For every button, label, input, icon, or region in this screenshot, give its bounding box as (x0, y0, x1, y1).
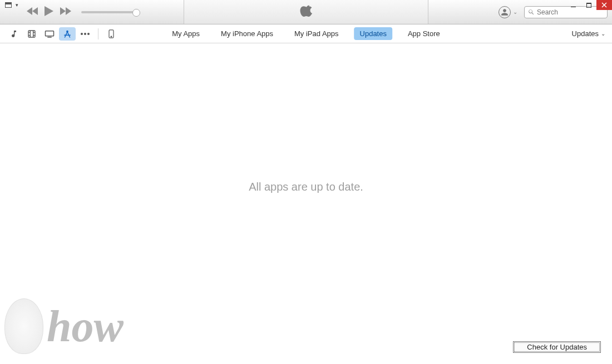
music-icon (9, 29, 18, 38)
previous-icon (27, 7, 38, 15)
chevron-down-icon: ⌄ (601, 31, 605, 37)
miniplayer-menu[interactable]: ▾ (0, 0, 18, 10)
previous-button[interactable] (27, 7, 38, 17)
view-dropdown-label: Updates (572, 29, 599, 38)
svg-point-7 (111, 36, 112, 37)
apple-logo-icon (300, 4, 312, 21)
bulb-icon (4, 298, 43, 354)
close-button[interactable] (596, 0, 612, 10)
tab-my-iphone-apps[interactable]: My iPhone Apps (215, 27, 279, 40)
svg-point-3 (81, 33, 83, 35)
view-dropdown[interactable]: Updates ⌄ (572, 29, 605, 38)
film-icon (27, 29, 36, 38)
more-library-button[interactable] (77, 27, 93, 41)
volume-slider[interactable] (81, 11, 137, 13)
phone-icon (108, 29, 114, 38)
divider (98, 28, 98, 39)
top-toolbar: ⌄ (0, 0, 612, 24)
maximize-button[interactable] (581, 0, 596, 10)
search-icon (528, 9, 535, 16)
playback-controls (0, 6, 184, 18)
play-button[interactable] (45, 6, 53, 18)
minimize-button[interactable] (565, 0, 581, 10)
svg-rect-1 (46, 31, 54, 36)
close-icon (601, 2, 607, 8)
svg-rect-0 (28, 31, 35, 37)
miniplayer-icon (0, 0, 17, 10)
chevron-down-icon: ▾ (16, 2, 18, 8)
svg-point-5 (87, 33, 90, 35)
sub-toolbar: My Apps My iPhone Apps My iPad Apps Upda… (0, 24, 612, 43)
watermark-text: how (47, 308, 124, 344)
next-button[interactable] (60, 7, 71, 17)
check-for-updates-button[interactable]: Check for Updates (513, 341, 601, 353)
device-button[interactable] (103, 27, 120, 41)
tab-app-store[interactable]: App Store (402, 27, 446, 40)
center-tabs: My Apps My iPhone Apps My iPad Apps Upda… (166, 24, 446, 43)
chevron-down-icon: ⌄ (513, 9, 517, 15)
tv-icon (45, 30, 55, 38)
window-controls (565, 0, 612, 10)
status-message: All apps are up to date. (249, 181, 363, 193)
movies-library-button[interactable] (23, 27, 40, 41)
tab-my-apps[interactable]: My Apps (166, 27, 205, 40)
play-icon (45, 6, 53, 16)
apps-icon (62, 29, 72, 39)
lcd-display (184, 0, 428, 24)
next-icon (60, 7, 71, 15)
svg-point-4 (84, 33, 86, 35)
tab-my-ipad-apps[interactable]: My iPad Apps (289, 27, 344, 40)
more-icon (80, 32, 90, 36)
tab-updates[interactable]: Updates (354, 27, 392, 40)
apps-library-button[interactable] (59, 27, 76, 41)
account-button[interactable]: ⌄ (499, 6, 517, 18)
library-switcher (0, 27, 120, 41)
watermark: how (4, 298, 124, 354)
music-library-button[interactable] (6, 27, 22, 41)
user-icon (499, 6, 511, 18)
tv-library-button[interactable] (41, 27, 58, 41)
